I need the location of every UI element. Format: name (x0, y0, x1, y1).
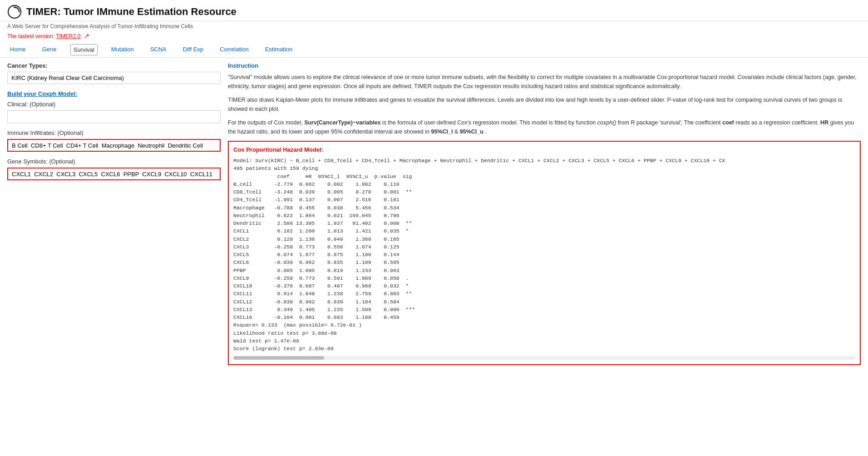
nav-scna[interactable]: SCNA (148, 44, 169, 55)
gene-input[interactable] (7, 168, 221, 180)
nav-home[interactable]: Home (7, 44, 29, 55)
instruction-p3-end: . (483, 129, 487, 135)
instruction-p3-bold4: 95%CI_l (431, 129, 453, 135)
cancer-type-label: Cancer Types: (7, 62, 221, 69)
immune-label: Immune Infiltrates: (Optional) (7, 129, 221, 136)
instruction-p2: TIMER also draws Kaplan-Meier plots for … (228, 95, 861, 114)
clinical-label: Clinical: (Optional) (7, 101, 221, 108)
instruction-p3-italic: coxph() (597, 119, 616, 126)
app-title: TIMER: Tumor IMmune Estimation Resource (26, 6, 237, 18)
nav-correlation[interactable]: Correlation (217, 44, 252, 55)
version-link[interactable]: TIMER2.0 (56, 33, 80, 40)
svg-point-1 (14, 6, 15, 8)
cox-section: Cox Proportional Hazard Model: Model: Su… (228, 141, 861, 365)
main-nav: Home Gene Survival Mutation SCNA Diff Ex… (0, 42, 868, 58)
left-panel: Cancer Types: Build your Coxph Model: Cl… (7, 62, 221, 365)
app-logo (7, 5, 22, 19)
build-model-label: Build your Coxph Model: (7, 90, 221, 97)
clinical-input[interactable] (7, 110, 221, 123)
gene-label: Gene Symbols: (Optional) (7, 158, 221, 165)
cox-output: Model: Surv(KIRC) ~ B_cell + CD8_Tcell +… (233, 157, 855, 352)
instruction-p3-bold2: coef (722, 119, 734, 126)
instruction-p3-mid3: reads as a regression coefficient. (734, 119, 820, 126)
instruction-p3-bold1: Surv(CancerType)~variables (304, 119, 380, 126)
immune-input[interactable] (7, 139, 221, 152)
instruction-p3-bold3: HR (820, 119, 829, 126)
nav-estimation[interactable]: Estimation (262, 44, 296, 55)
nav-diff-exp[interactable]: Diff Exp (180, 44, 206, 55)
instruction-p3-mid: is the formula of user-defined Cox's reg… (380, 119, 597, 126)
cox-title: Cox Proportional Hazard Model: (233, 146, 855, 153)
cancer-type-input[interactable] (7, 72, 221, 84)
instruction-p3-mid2: from R package 'survival'; The coefficie… (616, 119, 722, 126)
nav-gene[interactable]: Gene (39, 44, 59, 55)
instruction-title: Instruction (228, 62, 861, 69)
instruction-p1: "Survival" module allows users to explor… (228, 73, 861, 91)
main-content: Cancer Types: Build your Coxph Model: Cl… (0, 58, 868, 370)
scrollbar[interactable] (233, 356, 855, 360)
instruction-p3-mid5: & (453, 129, 459, 135)
instruction-p3: For the outputs of Cox model, Surv(Cance… (228, 118, 861, 136)
app-subtitle: A Web Server for Comprehensive Analysis … (0, 21, 868, 31)
nav-mutation[interactable]: Mutation (108, 44, 137, 55)
app-header: TIMER: Tumor IMmune Estimation Resource (0, 0, 868, 21)
version-line: The lastest version: TIMER2.0 ↗ (0, 31, 868, 42)
version-arrow: ↗ (84, 32, 89, 40)
instruction-p3-bold5: 95%CI_u (460, 129, 483, 135)
version-label: The lastest version: (7, 33, 54, 40)
right-panel: Instruction "Survival" module allows use… (228, 62, 861, 365)
instruction-p3-pre: For the outputs of Cox model, (228, 119, 304, 126)
scrollbar-thumb[interactable] (233, 356, 324, 360)
nav-survival[interactable]: Survival (70, 44, 98, 55)
